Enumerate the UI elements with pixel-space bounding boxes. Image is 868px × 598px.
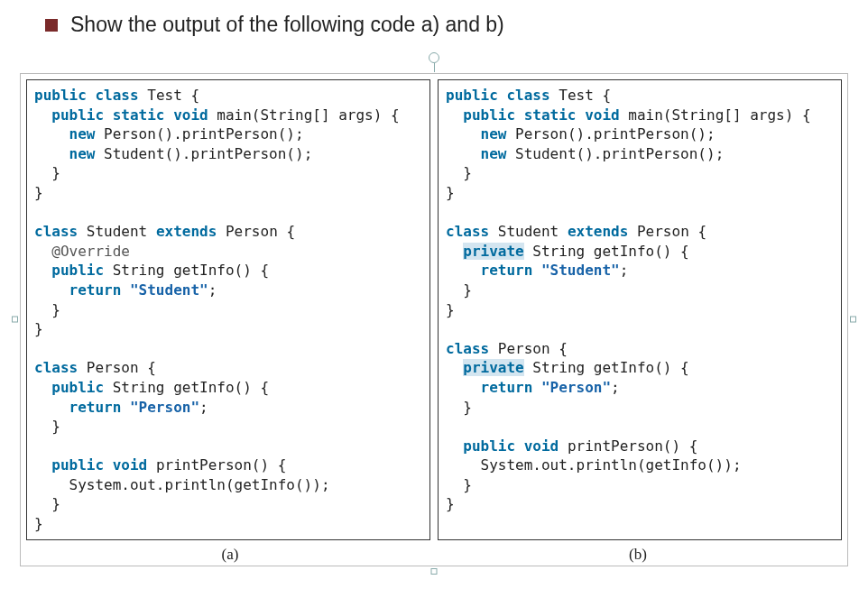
- kw-void: void: [524, 437, 559, 455]
- code-panes: public class Test { public static void m…: [26, 79, 842, 540]
- brace: }: [34, 184, 43, 201]
- string-literal: "Student": [130, 281, 208, 299]
- brace: }: [446, 301, 455, 318]
- kw-class: class: [34, 359, 78, 376]
- class-name: Student: [498, 223, 559, 240]
- resize-handle-left-icon: [12, 317, 18, 323]
- brace: }: [446, 476, 472, 493]
- kw-public: public: [446, 87, 498, 104]
- kw-class: class: [34, 223, 78, 240]
- kw-static: static: [524, 106, 577, 124]
- kw-return: return: [69, 399, 122, 416]
- kw-new: new: [69, 125, 96, 143]
- kw-void: void: [113, 456, 148, 474]
- annotation-override: @Override: [51, 243, 130, 260]
- rotate-handle-icon: [429, 52, 439, 72]
- brace: }: [446, 281, 472, 299]
- stmt: System.out.println(getInfo());: [34, 476, 330, 493]
- method-sig: String getInfo() {: [532, 359, 688, 376]
- kw-public: public: [34, 87, 87, 104]
- resize-handle-right-icon: [850, 317, 856, 323]
- kw-new: new: [481, 145, 507, 162]
- kw-public: public: [51, 262, 104, 279]
- kw-void: void: [173, 106, 208, 124]
- brace: }: [446, 184, 455, 201]
- semi: ;: [611, 379, 620, 396]
- class-name: Test {: [559, 87, 611, 104]
- class-name: Student: [87, 223, 147, 240]
- kw-void: void: [585, 106, 620, 124]
- kw-return: return: [69, 281, 122, 299]
- semi: ;: [620, 262, 629, 279]
- kw-public: public: [51, 456, 104, 474]
- label-b: (b): [434, 546, 842, 564]
- kw-private: private: [463, 359, 523, 376]
- method-sig: String getInfo() {: [113, 379, 269, 396]
- string-literal: "Student": [541, 262, 620, 279]
- kw-class: class: [446, 223, 489, 240]
- brace: }: [34, 301, 60, 318]
- kw-public: public: [51, 106, 104, 124]
- kw-return: return: [481, 262, 533, 279]
- bullet-icon: [45, 19, 58, 32]
- brace: }: [446, 399, 472, 416]
- kw-extends: extends: [568, 223, 628, 240]
- stmt: System.out.println(getInfo());: [446, 456, 742, 474]
- brace: }: [34, 495, 60, 512]
- class-name: Person {: [87, 359, 156, 376]
- code-pane-b: public class Test { public static void m…: [438, 79, 842, 540]
- brace: }: [34, 418, 60, 435]
- main-sig: main(String[] args) {: [217, 106, 399, 124]
- kw-class: class: [95, 87, 138, 104]
- kw-extends: extends: [156, 223, 217, 240]
- class-name: Test {: [147, 87, 199, 104]
- stmt: Student().printPerson();: [515, 145, 724, 162]
- class-name: Person {: [637, 223, 706, 240]
- pane-labels: (a) (b): [26, 546, 842, 564]
- label-a: (a): [26, 546, 434, 564]
- semi: ;: [199, 399, 208, 416]
- kw-class: class: [446, 340, 489, 357]
- method-sig: printPerson() {: [156, 456, 287, 474]
- string-literal: "Person": [130, 399, 199, 416]
- main-sig: main(String[] args) {: [628, 106, 810, 124]
- stmt: Person().printPerson();: [104, 125, 304, 143]
- resize-handle-bottom-icon: [431, 568, 438, 575]
- stmt: Student().printPerson();: [104, 145, 312, 162]
- code-pane-a: public class Test { public static void m…: [26, 79, 430, 540]
- kw-public: public: [463, 106, 515, 124]
- class-name: Person {: [498, 340, 568, 357]
- kw-public: public: [51, 379, 104, 396]
- method-sig: String getInfo() {: [532, 243, 688, 260]
- brace: }: [34, 320, 43, 337]
- string-literal: "Person": [541, 379, 611, 396]
- brace: }: [446, 164, 472, 181]
- brace: }: [34, 164, 60, 181]
- kw-return: return: [481, 379, 533, 396]
- kw-static: static: [113, 106, 165, 124]
- question-text: Show the output of the following code a)…: [70, 13, 504, 37]
- kw-private: private: [463, 243, 523, 260]
- method-sig: String getInfo() {: [113, 262, 269, 279]
- brace: }: [34, 515, 43, 532]
- class-name: Person {: [226, 223, 295, 240]
- kw-new: new: [481, 125, 507, 143]
- kw-new: new: [69, 145, 96, 162]
- stmt: Person().printPerson();: [515, 125, 716, 143]
- semi: ;: [208, 281, 217, 299]
- kw-class: class: [506, 87, 549, 104]
- question-row: Show the output of the following code a)…: [45, 13, 850, 37]
- method-sig: printPerson() {: [568, 437, 698, 455]
- brace: }: [446, 495, 455, 512]
- kw-public: public: [463, 437, 515, 455]
- figure-frame: public class Test { public static void m…: [20, 73, 848, 566]
